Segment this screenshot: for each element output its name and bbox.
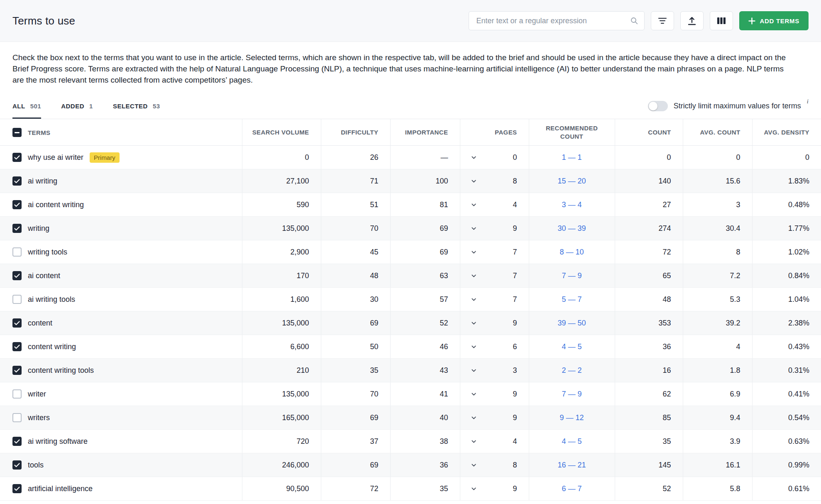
search-volume-cell: 170 bbox=[242, 264, 321, 288]
recommended-count-link[interactable]: 1 — 1 bbox=[562, 153, 582, 161]
term-checkbox[interactable] bbox=[12, 460, 22, 470]
term-checkbox[interactable] bbox=[12, 342, 22, 351]
chevron-down-icon[interactable] bbox=[470, 438, 477, 445]
recommended-count-link[interactable]: 2 — 2 bbox=[562, 366, 582, 374]
chevron-down-icon[interactable] bbox=[470, 225, 477, 232]
recommended-count-cell: 39 — 50 bbox=[529, 311, 615, 335]
count-cell: 16 bbox=[615, 359, 683, 382]
chevron-down-icon[interactable] bbox=[470, 391, 477, 398]
recommended-count-link[interactable]: 7 — 9 bbox=[562, 272, 582, 280]
column-header-avg-count[interactable]: AVG. COUNT bbox=[683, 119, 752, 146]
difficulty-cell: 50 bbox=[321, 335, 390, 359]
search-volume-cell: 0 bbox=[242, 146, 321, 169]
search-volume-cell: 135,000 bbox=[242, 382, 321, 406]
chevron-down-icon[interactable] bbox=[470, 320, 477, 327]
recommended-count-link[interactable]: 30 — 39 bbox=[557, 224, 586, 232]
select-all-checkbox[interactable] bbox=[12, 128, 22, 137]
column-header-count[interactable]: COUNT bbox=[615, 119, 683, 146]
search-volume-cell: 90,500 bbox=[242, 477, 321, 501]
term-checkbox[interactable] bbox=[12, 153, 22, 162]
avg-count-cell: 16.1 bbox=[683, 453, 752, 477]
term-checkbox[interactable] bbox=[12, 389, 22, 399]
recommended-count-link[interactable]: 5 — 7 bbox=[562, 295, 582, 303]
tab-all-count: 501 bbox=[30, 103, 42, 110]
terms-table: TERMS SEARCH VOLUME DIFFICULTY IMPORTANC… bbox=[0, 119, 821, 501]
term-checkbox[interactable] bbox=[12, 224, 22, 233]
column-header-difficulty[interactable]: DIFFICULTY bbox=[321, 119, 390, 146]
search-volume-cell: 27,100 bbox=[242, 169, 321, 193]
recommended-count-cell: 2 — 2 bbox=[529, 359, 615, 382]
chevron-down-icon[interactable] bbox=[470, 367, 477, 374]
avg-count-cell: 1.8 bbox=[683, 359, 752, 382]
term-checkbox[interactable] bbox=[12, 200, 22, 209]
recommended-count-link[interactable]: 16 — 21 bbox=[557, 461, 586, 469]
chevron-down-icon[interactable] bbox=[470, 485, 477, 492]
recommended-count-link[interactable]: 4 — 5 bbox=[562, 343, 582, 351]
avg-density-cell: 0.84% bbox=[752, 264, 821, 288]
recommended-count-link[interactable]: 15 — 20 bbox=[557, 177, 586, 185]
recommended-count-link[interactable]: 39 — 50 bbox=[557, 319, 586, 327]
term-checkbox[interactable] bbox=[12, 366, 22, 375]
term-label: tools bbox=[28, 461, 44, 470]
recommended-count-cell: 9 — 12 bbox=[529, 406, 615, 430]
chevron-down-icon[interactable] bbox=[470, 272, 477, 279]
term-checkbox[interactable] bbox=[12, 318, 22, 328]
chevron-down-icon[interactable] bbox=[470, 296, 477, 303]
filter-button[interactable] bbox=[651, 11, 674, 30]
tab-selected[interactable]: SELECTED 53 bbox=[113, 93, 160, 119]
chevron-down-icon[interactable] bbox=[470, 178, 477, 185]
column-header-terms[interactable]: TERMS bbox=[0, 119, 242, 146]
pages-cell: 9 bbox=[460, 311, 529, 335]
info-icon[interactable]: i bbox=[807, 98, 809, 105]
avg-density-cell: 0.41% bbox=[752, 382, 821, 406]
recommended-count-link[interactable]: 4 — 5 bbox=[562, 437, 582, 445]
term-checkbox[interactable] bbox=[12, 484, 22, 493]
term-checkbox[interactable] bbox=[12, 176, 22, 186]
chevron-down-icon[interactable] bbox=[470, 201, 477, 208]
pages-cell: 9 bbox=[460, 406, 529, 430]
column-header-recommended-count[interactable]: RECOMMENDED COUNT bbox=[529, 119, 615, 146]
term-checkbox[interactable] bbox=[12, 271, 22, 280]
chevron-down-icon[interactable] bbox=[470, 249, 477, 256]
terms-cell: artificial intelligence bbox=[0, 477, 242, 501]
pages-cell: 0 bbox=[460, 146, 529, 169]
column-header-avg-density[interactable]: AVG. DENSITY bbox=[752, 119, 821, 146]
add-terms-button[interactable]: ADD TERMS bbox=[739, 11, 809, 30]
recommended-count-link[interactable]: 6 — 7 bbox=[562, 484, 582, 493]
avg-count-cell: 5.3 bbox=[683, 288, 752, 311]
search-input[interactable] bbox=[476, 17, 630, 25]
term-checkbox[interactable] bbox=[12, 437, 22, 446]
recommended-count-link[interactable]: 9 — 12 bbox=[560, 413, 584, 422]
tab-added[interactable]: ADDED 1 bbox=[61, 93, 93, 119]
column-header-search-volume[interactable]: SEARCH VOLUME bbox=[242, 119, 321, 146]
count-cell: 145 bbox=[615, 453, 683, 477]
table-row: ai writing27,10071100815 — 2014015.61.83… bbox=[0, 169, 821, 193]
recommended-count-link[interactable]: 3 — 4 bbox=[562, 201, 582, 209]
column-header-importance[interactable]: IMPORTANCE bbox=[390, 119, 460, 146]
pages-cell: 9 bbox=[460, 217, 529, 240]
difficulty-cell: 51 bbox=[321, 193, 390, 217]
chevron-down-icon[interactable] bbox=[470, 414, 477, 421]
term-checkbox[interactable] bbox=[12, 413, 22, 422]
term-checkbox[interactable] bbox=[12, 247, 22, 257]
tab-all[interactable]: ALL 501 bbox=[12, 93, 41, 119]
table-row: ai writing tools1,600305775 — 7485.31.04… bbox=[0, 288, 821, 311]
upload-button[interactable] bbox=[680, 11, 704, 30]
chevron-down-icon[interactable] bbox=[470, 154, 477, 161]
avg-density-cell: 0.61% bbox=[752, 477, 821, 501]
term-checkbox[interactable] bbox=[12, 295, 22, 304]
strict-limit-group: Strictly limit maximum values for terms … bbox=[648, 93, 809, 119]
columns-button[interactable] bbox=[710, 11, 733, 30]
table-row: writing tools2,900456978 — 107281.02% bbox=[0, 240, 821, 264]
difficulty-cell: 48 bbox=[321, 264, 390, 288]
recommended-count-link[interactable]: 8 — 10 bbox=[560, 248, 584, 256]
recommended-count-link[interactable]: 7 — 9 bbox=[562, 390, 582, 398]
avg-density-cell: 1.83% bbox=[752, 169, 821, 193]
column-header-pages[interactable]: PAGES bbox=[460, 119, 529, 146]
recommended-count-cell: 5 — 7 bbox=[529, 288, 615, 311]
terms-cell: content writing tools bbox=[0, 359, 242, 382]
chevron-down-icon[interactable] bbox=[470, 462, 477, 469]
strict-limit-toggle[interactable] bbox=[648, 101, 668, 111]
search-box[interactable] bbox=[469, 11, 645, 30]
chevron-down-icon[interactable] bbox=[470, 343, 477, 350]
